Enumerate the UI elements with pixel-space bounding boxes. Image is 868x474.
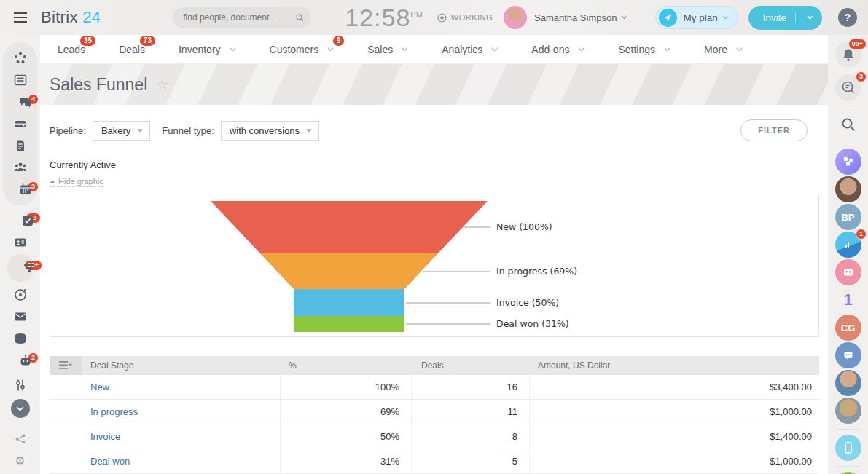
recent-chat-user[interactable]: CG <box>828 314 868 341</box>
group-chat[interactable] <box>828 341 868 369</box>
sidebar-item-messenger[interactable]: 4 <box>3 91 37 113</box>
list-settings-icon <box>59 361 72 370</box>
clock-meridiem: PM <box>410 10 423 19</box>
sliders-icon <box>13 378 28 392</box>
col-header-deals[interactable]: Deals <box>411 360 529 371</box>
col-header-amount[interactable]: Amount, US Dollar <box>529 360 819 371</box>
sidebar-settings-button[interactable]: ⚙ <box>0 450 40 472</box>
page-title: Sales Funnel <box>50 75 147 95</box>
user-photo-avatar <box>835 370 861 396</box>
recent-chat-app[interactable]: 1 <box>828 231 868 258</box>
initials-avatar: CG <box>835 315 861 341</box>
nav-item-customers[interactable]: Customers 9 <box>270 44 335 55</box>
cell-percent: 100% <box>280 375 411 399</box>
chat-requests-button[interactable]: 3 <box>828 74 868 101</box>
top-bar: Bitrix 24 12:58PM WORKING Samantha Simps… <box>0 0 868 35</box>
bitrix24-logo[interactable]: Bitrix 24 <box>41 8 101 27</box>
search-input[interactable] <box>183 12 296 23</box>
sidebar-collapse-button[interactable] <box>0 398 40 419</box>
nav-item-settings[interactable]: Settings <box>618 44 670 55</box>
telephony-button[interactable] <box>828 471 868 474</box>
bell-icon <box>842 48 855 62</box>
recent-chat-user[interactable] <box>828 397 868 424</box>
my-plan-button[interactable]: My plan <box>655 6 738 29</box>
grid-icon <box>843 157 853 167</box>
sidebar-item-tasks[interactable]: 19 <box>0 210 40 232</box>
funnel-stage-3[interactable] <box>294 289 404 316</box>
mobile-app-button[interactable] <box>828 434 868 462</box>
page-header: Sales Funnel ☆ <box>40 64 828 105</box>
recent-chat-contact[interactable] <box>828 258 868 286</box>
invite-button[interactable]: Invite <box>748 6 822 30</box>
funnel-stage-2[interactable] <box>260 253 438 289</box>
row-spacer <box>50 424 82 449</box>
funnel-stage-4[interactable] <box>294 316 404 332</box>
nav-item-addons[interactable]: Add-ons <box>531 44 584 55</box>
nav-label: Leads <box>58 44 85 55</box>
funnel-stage-label: Invoice (50%) <box>496 297 559 308</box>
hamburger-menu-icon[interactable] <box>0 12 40 23</box>
chevron-down-icon <box>327 47 334 52</box>
col-header-percent[interactable]: % <box>280 360 411 371</box>
user-name[interactable]: Samantha Simpson <box>534 12 617 23</box>
sidebar-item-crm[interactable]: 99+ <box>0 257 40 279</box>
nav-label: Settings <box>618 44 655 55</box>
funnel-stage-1[interactable] <box>211 201 488 253</box>
sidebar-item-documents[interactable] <box>3 135 37 157</box>
divider <box>836 106 861 106</box>
app-avatar <box>835 149 861 175</box>
sidebar-item-marketing[interactable] <box>0 284 40 306</box>
chevron-down-icon <box>722 15 729 20</box>
sidebar-search-button[interactable] <box>828 111 868 138</box>
col-header-deal-stage[interactable]: Deal Stage <box>82 360 280 371</box>
nav-label: More <box>704 44 727 55</box>
global-search[interactable] <box>173 7 311 28</box>
birthday-reminder[interactable]: 1 <box>828 286 868 314</box>
sidebar-item-feed[interactable] <box>3 47 37 69</box>
recent-chat-user[interactable] <box>828 175 868 203</box>
nav-item-leads[interactable]: Leads 35 <box>58 44 85 55</box>
recent-chat-user[interactable] <box>828 369 868 397</box>
row-spacer <box>50 449 82 473</box>
stage-link[interactable]: In progress <box>90 406 138 417</box>
help-button[interactable]: ? <box>838 8 857 27</box>
hide-graphic-toggle[interactable]: Hide graphic <box>50 177 103 187</box>
invite-label: Invite <box>763 12 786 23</box>
sidebar-share-button[interactable] <box>0 428 40 450</box>
table-settings-button[interactable] <box>50 356 82 375</box>
drive-icon <box>13 116 28 131</box>
stage-link[interactable]: Deal won <box>90 456 130 467</box>
notifications-button[interactable]: 99+ <box>828 41 868 68</box>
funnel-svg: New (100%)In progress (69%)Invoice (50%)… <box>50 194 818 336</box>
nav-item-deals[interactable]: Deals 73 <box>119 44 145 55</box>
gear-icon: ⚙ <box>15 455 25 467</box>
database-icon <box>13 331 28 346</box>
nav-item-inventory[interactable]: Inventory <box>179 44 236 55</box>
work-clock[interactable]: 12:58PM <box>345 5 423 30</box>
nav-item-sales[interactable]: Sales <box>367 44 408 55</box>
recent-chat-app[interactable] <box>828 148 868 175</box>
sidebar-item-contacts[interactable] <box>0 232 40 253</box>
working-status[interactable]: WORKING <box>437 13 493 23</box>
funnel-type-select[interactable]: with conversions <box>221 121 319 141</box>
stage-link[interactable]: Invoice <box>90 431 120 442</box>
sidebar-item-drive[interactable] <box>3 113 37 135</box>
user-avatar[interactable] <box>504 6 527 29</box>
recent-chat-user[interactable]: BP <box>828 203 868 231</box>
sidebar-item-sites[interactable] <box>0 328 40 349</box>
favorite-star-icon[interactable]: ☆ <box>156 76 168 93</box>
sidebar-item-workspace[interactable] <box>3 69 37 91</box>
filter-button[interactable]: FILTER <box>740 119 808 141</box>
divider <box>836 143 861 143</box>
sidebar-item-more-tools[interactable] <box>0 374 40 396</box>
sidebar-item-employees[interactable] <box>3 157 37 178</box>
sidebar-item-calendar[interactable]: 3 <box>3 178 37 200</box>
sidebar-item-automation[interactable]: 2 <box>0 349 40 371</box>
stage-link[interactable]: New <box>90 382 109 392</box>
chevron-down-icon <box>16 406 24 411</box>
cell-percent: 31% <box>280 449 411 473</box>
nav-item-analytics[interactable]: Analytics <box>442 44 498 55</box>
sidebar-item-mail[interactable] <box>0 306 40 328</box>
pipeline-select[interactable]: Bakery <box>93 121 150 141</box>
nav-item-more[interactable]: More <box>704 44 743 55</box>
